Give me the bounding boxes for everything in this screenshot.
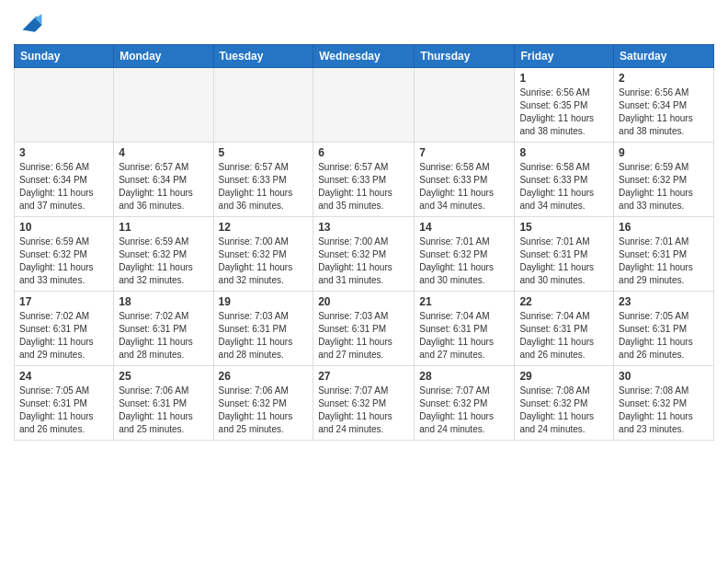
weekday-friday: Friday — [515, 45, 614, 68]
calendar-cell: 12Sunrise: 7:00 AMSunset: 6:32 PMDayligh… — [213, 217, 313, 292]
day-info: Sunrise: 6:56 AMSunset: 6:34 PMDaylight:… — [619, 86, 709, 138]
day-info: Sunrise: 7:07 AMSunset: 6:32 PMDaylight:… — [419, 385, 509, 436]
calendar-cell: 13Sunrise: 7:00 AMSunset: 6:32 PMDayligh… — [313, 217, 415, 292]
calendar-cell: 26Sunrise: 7:06 AMSunset: 6:32 PMDayligh… — [213, 366, 313, 441]
calendar-cell: 22Sunrise: 7:04 AMSunset: 6:31 PMDayligh… — [515, 292, 614, 366]
calendar-cell: 27Sunrise: 7:07 AMSunset: 6:32 PMDayligh… — [313, 366, 415, 441]
day-info: Sunrise: 6:57 AMSunset: 6:33 PMDaylight:… — [219, 161, 309, 213]
day-info: Sunrise: 6:59 AMSunset: 6:32 PMDaylight:… — [619, 161, 709, 213]
weekday-tuesday: Tuesday — [213, 45, 313, 68]
day-number: 18 — [119, 295, 208, 308]
calendar-cell: 17Sunrise: 7:02 AMSunset: 6:31 PMDayligh… — [15, 292, 114, 366]
day-number: 9 — [619, 146, 709, 159]
week-row-2: 3Sunrise: 6:56 AMSunset: 6:34 PMDaylight… — [15, 143, 714, 217]
calendar-cell: 7Sunrise: 6:58 AMSunset: 6:33 PMDaylight… — [415, 143, 515, 217]
day-number: 10 — [19, 221, 108, 234]
calendar-table: SundayMondayTuesdayWednesdayThursdayFrid… — [14, 44, 714, 441]
page-header — [14, 9, 714, 37]
day-info: Sunrise: 7:00 AMSunset: 6:32 PMDaylight:… — [219, 236, 309, 287]
calendar-cell: 28Sunrise: 7:07 AMSunset: 6:32 PMDayligh… — [415, 366, 515, 441]
calendar-cell: 4Sunrise: 6:57 AMSunset: 6:34 PMDaylight… — [114, 143, 213, 217]
day-number: 14 — [419, 221, 509, 234]
day-number: 30 — [619, 370, 709, 383]
calendar-cell — [213, 68, 313, 143]
calendar-cell: 24Sunrise: 7:05 AMSunset: 6:31 PMDayligh… — [15, 366, 114, 441]
calendar-cell: 1Sunrise: 6:56 AMSunset: 6:35 PMDaylight… — [515, 68, 614, 143]
weekday-monday: Monday — [114, 45, 213, 68]
calendar-cell: 5Sunrise: 6:57 AMSunset: 6:33 PMDaylight… — [213, 143, 313, 217]
calendar-cell: 2Sunrise: 6:56 AMSunset: 6:34 PMDaylight… — [614, 68, 714, 143]
day-number: 17 — [19, 295, 108, 308]
day-info: Sunrise: 7:01 AMSunset: 6:32 PMDaylight:… — [419, 236, 509, 287]
day-number: 2 — [619, 72, 709, 85]
day-number: 24 — [19, 370, 108, 383]
weekday-header-row: SundayMondayTuesdayWednesdayThursdayFrid… — [15, 45, 714, 68]
day-number: 26 — [219, 370, 309, 383]
day-number: 1 — [519, 72, 609, 85]
day-info: Sunrise: 7:01 AMSunset: 6:31 PMDaylight:… — [519, 236, 609, 287]
calendar-cell: 10Sunrise: 6:59 AMSunset: 6:32 PMDayligh… — [15, 217, 114, 292]
day-info: Sunrise: 7:05 AMSunset: 6:31 PMDaylight:… — [619, 310, 709, 362]
logo — [14, 9, 43, 37]
calendar-cell — [15, 68, 114, 143]
calendar-cell: 20Sunrise: 7:03 AMSunset: 6:31 PMDayligh… — [313, 292, 415, 366]
calendar-cell — [114, 68, 213, 143]
day-number: 3 — [19, 146, 108, 159]
day-number: 7 — [419, 146, 509, 159]
calendar-cell: 11Sunrise: 6:59 AMSunset: 6:32 PMDayligh… — [114, 217, 213, 292]
day-info: Sunrise: 6:59 AMSunset: 6:32 PMDaylight:… — [19, 236, 108, 287]
week-row-3: 10Sunrise: 6:59 AMSunset: 6:32 PMDayligh… — [15, 217, 714, 292]
day-info: Sunrise: 7:00 AMSunset: 6:32 PMDaylight:… — [318, 236, 409, 287]
day-info: Sunrise: 6:58 AMSunset: 6:33 PMDaylight:… — [519, 161, 609, 213]
calendar-cell: 15Sunrise: 7:01 AMSunset: 6:31 PMDayligh… — [515, 217, 614, 292]
calendar-cell: 3Sunrise: 6:56 AMSunset: 6:34 PMDaylight… — [15, 143, 114, 217]
weekday-sunday: Sunday — [15, 45, 114, 68]
day-number: 12 — [219, 221, 309, 234]
day-info: Sunrise: 7:07 AMSunset: 6:32 PMDaylight:… — [318, 385, 409, 436]
calendar-cell: 8Sunrise: 6:58 AMSunset: 6:33 PMDaylight… — [515, 143, 614, 217]
day-number: 8 — [519, 146, 609, 159]
calendar-cell: 30Sunrise: 7:08 AMSunset: 6:32 PMDayligh… — [614, 366, 714, 441]
calendar-cell: 9Sunrise: 6:59 AMSunset: 6:32 PMDaylight… — [614, 143, 714, 217]
day-number: 23 — [619, 295, 709, 308]
week-row-5: 24Sunrise: 7:05 AMSunset: 6:31 PMDayligh… — [15, 366, 714, 441]
calendar-cell: 6Sunrise: 6:57 AMSunset: 6:33 PMDaylight… — [313, 143, 415, 217]
week-row-4: 17Sunrise: 7:02 AMSunset: 6:31 PMDayligh… — [15, 292, 714, 366]
day-info: Sunrise: 7:05 AMSunset: 6:31 PMDaylight:… — [19, 385, 108, 436]
day-number: 28 — [419, 370, 509, 383]
calendar-cell: 19Sunrise: 7:03 AMSunset: 6:31 PMDayligh… — [213, 292, 313, 366]
calendar-cell: 16Sunrise: 7:01 AMSunset: 6:31 PMDayligh… — [614, 217, 714, 292]
day-number: 20 — [318, 295, 409, 308]
day-info: Sunrise: 6:57 AMSunset: 6:34 PMDaylight:… — [119, 161, 208, 213]
calendar-cell: 25Sunrise: 7:06 AMSunset: 6:31 PMDayligh… — [114, 366, 213, 441]
day-info: Sunrise: 6:57 AMSunset: 6:33 PMDaylight:… — [318, 161, 409, 213]
day-number: 15 — [519, 221, 609, 234]
weekday-wednesday: Wednesday — [313, 45, 415, 68]
day-info: Sunrise: 7:08 AMSunset: 6:32 PMDaylight:… — [619, 385, 709, 436]
day-info: Sunrise: 7:08 AMSunset: 6:32 PMDaylight:… — [519, 385, 609, 436]
day-info: Sunrise: 7:04 AMSunset: 6:31 PMDaylight:… — [519, 310, 609, 362]
day-info: Sunrise: 6:56 AMSunset: 6:35 PMDaylight:… — [519, 86, 609, 138]
calendar-cell: 23Sunrise: 7:05 AMSunset: 6:31 PMDayligh… — [614, 292, 714, 366]
day-info: Sunrise: 7:06 AMSunset: 6:31 PMDaylight:… — [119, 385, 208, 436]
day-info: Sunrise: 7:03 AMSunset: 6:31 PMDaylight:… — [318, 310, 409, 362]
day-number: 25 — [119, 370, 208, 383]
day-number: 5 — [219, 146, 309, 159]
calendar-cell — [313, 68, 415, 143]
weekday-thursday: Thursday — [415, 45, 515, 68]
day-number: 13 — [318, 221, 409, 234]
weekday-saturday: Saturday — [614, 45, 714, 68]
day-info: Sunrise: 6:56 AMSunset: 6:34 PMDaylight:… — [19, 161, 108, 213]
day-number: 6 — [318, 146, 409, 159]
day-number: 11 — [119, 221, 208, 234]
day-info: Sunrise: 7:02 AMSunset: 6:31 PMDaylight:… — [19, 310, 108, 362]
calendar-cell: 21Sunrise: 7:04 AMSunset: 6:31 PMDayligh… — [415, 292, 515, 366]
day-number: 16 — [619, 221, 709, 234]
calendar-cell: 14Sunrise: 7:01 AMSunset: 6:32 PMDayligh… — [415, 217, 515, 292]
day-number: 19 — [219, 295, 309, 308]
day-number: 29 — [519, 370, 609, 383]
day-number: 27 — [318, 370, 409, 383]
day-info: Sunrise: 6:59 AMSunset: 6:32 PMDaylight:… — [119, 236, 208, 287]
logo-icon — [16, 9, 43, 37]
day-info: Sunrise: 7:04 AMSunset: 6:31 PMDaylight:… — [419, 310, 509, 362]
